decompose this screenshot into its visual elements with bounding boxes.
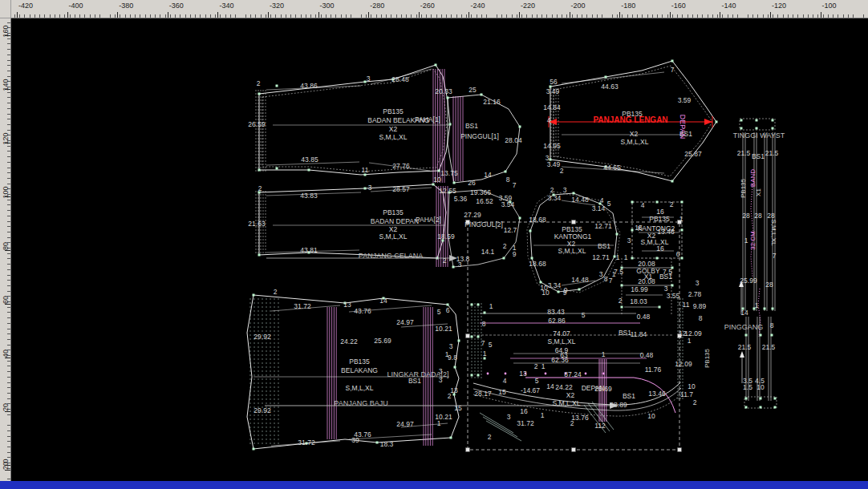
dimension-text: 14 [379, 297, 387, 305]
selection-handle[interactable] [572, 448, 576, 452]
pattern-node [621, 306, 623, 309]
dimension-text: 18.68 [529, 216, 546, 224]
dimension-text: 20.08 [638, 277, 655, 285]
pattern-node [276, 85, 278, 87]
ruler-label: -420 [18, 2, 33, 10]
selection-handle[interactable] [572, 220, 576, 224]
ruler-tick [318, 12, 319, 18]
ruler-tick [17, 12, 18, 18]
dimension-text: 43.81 [300, 246, 318, 254]
dimension-text: 3.49 [547, 160, 561, 168]
dimension-text: 16.99 [631, 285, 648, 293]
dimension-text: 5 [437, 308, 441, 316]
piece-label: PINGGUL[2] [464, 220, 503, 228]
dimension-text: 11.84 [631, 330, 647, 338]
piece-label: BS1 [408, 377, 421, 385]
dimension-text: 1 [483, 350, 487, 358]
ruler-label: -100 [822, 2, 837, 10]
dimension-text: 3 [449, 342, 453, 350]
dimension-text: 24.22 [555, 383, 573, 391]
dimension-text: 1 [744, 236, 748, 244]
pattern-node [519, 126, 521, 128]
ruler-tick [821, 12, 821, 18]
dimension-text: 8 [506, 176, 510, 184]
ruler-label: 120 [2, 131, 10, 147]
dimension-text: 13 [343, 301, 351, 309]
dimension-text: 1 [489, 302, 493, 310]
pattern-node [458, 340, 460, 342]
dimension-text: 112 [594, 422, 606, 430]
pattern-node [481, 94, 483, 96]
dimension-text: 62.36 [551, 356, 569, 364]
dimension-text: 2 [258, 184, 262, 192]
selection-handle[interactable] [678, 448, 682, 452]
dimension-text: 10 [541, 289, 550, 297]
pattern-node [477, 374, 480, 377]
dimension-text: 3.54 [501, 200, 515, 208]
dimension-text: 62.86 [548, 317, 566, 325]
pattern-canvas[interactable]: 243.86328.4820.332521.1626.59PB135BADAN … [0, 0, 868, 489]
dimension-text: 8 [699, 314, 703, 322]
dimension-text: 28 [742, 212, 750, 220]
dimension-text: 31.72 [517, 419, 534, 427]
dimension-text: 1 [541, 411, 545, 419]
pattern-node [616, 233, 619, 236]
pattern-node [745, 398, 748, 400]
dimension-text: 29.92 [254, 406, 271, 414]
dimension-text: 7 [513, 181, 517, 189]
piece-label: DEPAN [679, 115, 687, 139]
ruler-tick [5, 35, 10, 36]
dimension-text: 10 [688, 382, 696, 390]
pattern-node [276, 168, 278, 170]
pattern-node [529, 230, 532, 232]
pattern-node [772, 127, 774, 130]
vertical-ruler[interactable]: 16014012010080604020020 [0, 18, 11, 481]
dimension-text: 2 [534, 362, 538, 370]
ruler-tick [670, 12, 671, 18]
pattern-node [471, 304, 473, 306]
dimension-text: 21.16 [483, 98, 501, 106]
dimension-text: 26 [468, 179, 476, 187]
dimension-text: 4 [600, 196, 604, 204]
selection-handle[interactable] [466, 448, 470, 452]
pattern-node [659, 306, 661, 309]
pattern-node [477, 304, 480, 306]
piece-label: X2 [566, 391, 575, 399]
dimension-text: 6 [446, 306, 450, 314]
ruler-label: -140 [721, 2, 736, 10]
dimension-text: 14.48 [571, 196, 589, 204]
dimension-text: 0.48 [640, 351, 654, 359]
pattern-node [258, 254, 261, 257]
dimension-text: 15 [498, 388, 506, 396]
pattern-node [772, 308, 774, 310]
ruler-label: -180 [621, 2, 635, 10]
dimension-text: -14.67 [521, 386, 540, 394]
piece-label: S,M,L,XL [379, 133, 408, 141]
pattern-cad-window: 243.86328.4820.332521.1626.59PB135BADAN … [0, 0, 868, 489]
pattern-node [756, 127, 758, 130]
dimension-text: 14 [740, 309, 748, 317]
ruler-tick [5, 304, 10, 305]
horizontal-ruler[interactable]: -420-400-380-360-340-320-300-280-260-240… [0, 0, 868, 18]
ruler-label: -260 [420, 2, 435, 10]
piece-label: S,M,L,XL [346, 384, 374, 392]
dimension-text: 3.49 [546, 87, 560, 95]
ruler-tick [5, 411, 10, 412]
selection-handle[interactable] [466, 334, 470, 338]
pattern-node [631, 201, 634, 204]
dimension-text: 43.85 [301, 156, 318, 164]
pattern-node [573, 192, 575, 195]
dimension-text: 2 [274, 288, 278, 296]
dimension-text: 12.7 [504, 226, 517, 234]
dimension-text: 74.07 [553, 329, 570, 337]
piece-label: BS1 [465, 122, 478, 130]
dimension-text: 3 [599, 270, 603, 278]
dimension-text: 16.52 [476, 197, 493, 205]
dimension-text: 7 [609, 277, 613, 285]
dimension-text: 3 [458, 261, 462, 269]
pattern-node [760, 398, 762, 400]
dimension-text: 2 [570, 419, 574, 427]
dimension-text: 26.59 [248, 120, 266, 128]
piece-label: BAND [749, 169, 756, 187]
dimension-text: 14 [546, 382, 554, 390]
